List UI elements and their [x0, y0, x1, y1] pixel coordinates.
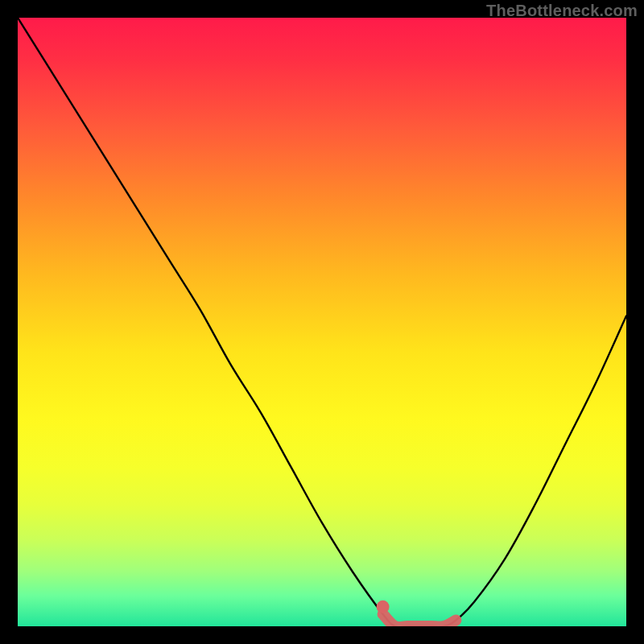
- plot-area: [18, 18, 626, 626]
- optimal-range-accent: [383, 614, 456, 626]
- accent-end-dot: [377, 601, 390, 613]
- bottleneck-curve: [18, 18, 626, 626]
- chart-svg: [18, 18, 626, 626]
- chart-stage: TheBottleneck.com: [0, 0, 644, 644]
